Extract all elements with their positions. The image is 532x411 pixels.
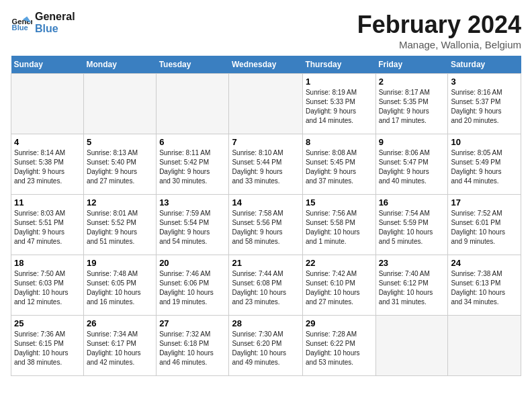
week-row-3: 11Sunrise: 8:03 AM Sunset: 5:51 PM Dayli… — [11, 195, 521, 255]
day-header-thursday: Thursday — [302, 56, 375, 74]
day-cell: 25Sunrise: 7:36 AM Sunset: 6:15 PM Dayli… — [11, 316, 84, 376]
day-info: Sunrise: 7:32 AM Sunset: 6:18 PM Dayligh… — [159, 330, 226, 367]
day-cell: 18Sunrise: 7:50 AM Sunset: 6:03 PM Dayli… — [11, 255, 84, 316]
day-number: 9 — [379, 137, 445, 147]
day-cell: 1Sunrise: 8:19 AM Sunset: 5:33 PM Daylig… — [302, 74, 375, 134]
day-number: 1 — [306, 77, 373, 87]
svg-text:Blue: Blue — [12, 24, 28, 32]
day-cell: 13Sunrise: 7:59 AM Sunset: 5:54 PM Dayli… — [157, 195, 229, 255]
logo-line1: General — [35, 11, 75, 23]
day-cell: 15Sunrise: 7:56 AM Sunset: 5:58 PM Dayli… — [302, 195, 375, 255]
day-info: Sunrise: 7:40 AM Sunset: 6:12 PM Dayligh… — [379, 269, 445, 307]
day-info: Sunrise: 7:48 AM Sunset: 6:05 PM Dayligh… — [87, 269, 153, 307]
day-info: Sunrise: 7:38 AM Sunset: 6:13 PM Dayligh… — [451, 269, 518, 307]
day-cell: 17Sunrise: 7:52 AM Sunset: 6:01 PM Dayli… — [448, 195, 521, 255]
day-info: Sunrise: 7:36 AM Sunset: 6:15 PM Dayligh… — [14, 330, 81, 367]
calendar-table: SundayMondayTuesdayWednesdayThursdayFrid… — [11, 56, 521, 376]
day-number: 22 — [306, 258, 373, 268]
day-cell — [448, 316, 521, 376]
day-number: 29 — [306, 318, 373, 328]
day-info: Sunrise: 7:54 AM Sunset: 5:59 PM Dayligh… — [379, 209, 445, 246]
day-number: 6 — [159, 137, 226, 147]
day-cell: 2Sunrise: 8:17 AM Sunset: 5:35 PM Daylig… — [375, 74, 448, 134]
day-info: Sunrise: 8:11 AM Sunset: 5:42 PM Dayligh… — [159, 148, 226, 186]
day-number: 10 — [451, 137, 518, 147]
day-cell: 23Sunrise: 7:40 AM Sunset: 6:12 PM Dayli… — [375, 255, 448, 316]
day-info: Sunrise: 7:30 AM Sunset: 6:20 PM Dayligh… — [232, 330, 300, 367]
day-info: Sunrise: 7:46 AM Sunset: 6:06 PM Dayligh… — [159, 269, 226, 307]
day-number: 13 — [159, 197, 226, 208]
day-cell — [11, 74, 84, 134]
day-info: Sunrise: 8:08 AM Sunset: 5:45 PM Dayligh… — [306, 148, 373, 186]
day-cell: 7Sunrise: 8:10 AM Sunset: 5:44 PM Daylig… — [229, 134, 303, 195]
day-info: Sunrise: 8:01 AM Sunset: 5:52 PM Dayligh… — [87, 209, 153, 246]
day-number: 2 — [379, 77, 445, 87]
week-row-5: 25Sunrise: 7:36 AM Sunset: 6:15 PM Dayli… — [11, 316, 521, 376]
day-number: 18 — [14, 258, 81, 268]
day-number: 14 — [232, 197, 300, 208]
day-info: Sunrise: 7:56 AM Sunset: 5:58 PM Dayligh… — [306, 209, 373, 246]
day-cell: 3Sunrise: 8:16 AM Sunset: 5:37 PM Daylig… — [448, 74, 521, 134]
month-title: February 2024 — [357, 11, 521, 39]
day-number: 20 — [159, 258, 226, 268]
title-section: February 2024 Manage, Wallonia, Belgium — [357, 11, 521, 50]
calendar-header: SundayMondayTuesdayWednesdayThursdayFrid… — [11, 56, 521, 74]
day-header-wednesday: Wednesday — [229, 56, 303, 74]
calendar-body: 1Sunrise: 8:19 AM Sunset: 5:33 PM Daylig… — [11, 74, 521, 376]
day-cell: 29Sunrise: 7:28 AM Sunset: 6:22 PM Dayli… — [302, 316, 375, 376]
day-number: 5 — [87, 137, 153, 147]
day-number: 23 — [379, 258, 445, 268]
day-info: Sunrise: 8:13 AM Sunset: 5:40 PM Dayligh… — [87, 148, 153, 186]
week-row-2: 4Sunrise: 8:14 AM Sunset: 5:38 PM Daylig… — [11, 134, 521, 195]
day-header-monday: Monday — [84, 56, 157, 74]
day-info: Sunrise: 8:05 AM Sunset: 5:49 PM Dayligh… — [451, 148, 518, 186]
day-cell — [375, 316, 448, 376]
day-info: Sunrise: 8:16 AM Sunset: 5:37 PM Dayligh… — [451, 88, 518, 126]
day-number: 26 — [87, 318, 153, 328]
day-number: 21 — [232, 258, 300, 268]
day-cell: 4Sunrise: 8:14 AM Sunset: 5:38 PM Daylig… — [11, 134, 84, 195]
day-cell: 24Sunrise: 7:38 AM Sunset: 6:13 PM Dayli… — [448, 255, 521, 316]
day-info: Sunrise: 7:28 AM Sunset: 6:22 PM Dayligh… — [306, 330, 373, 367]
day-number: 8 — [306, 137, 373, 147]
day-info: Sunrise: 7:59 AM Sunset: 5:54 PM Dayligh… — [159, 209, 226, 246]
day-number: 12 — [87, 197, 153, 208]
day-info: Sunrise: 7:50 AM Sunset: 6:03 PM Dayligh… — [14, 269, 81, 307]
day-cell: 10Sunrise: 8:05 AM Sunset: 5:49 PM Dayli… — [448, 134, 521, 195]
day-cell: 11Sunrise: 8:03 AM Sunset: 5:51 PM Dayli… — [11, 195, 84, 255]
day-info: Sunrise: 8:03 AM Sunset: 5:51 PM Dayligh… — [14, 209, 81, 246]
day-cell: 28Sunrise: 7:30 AM Sunset: 6:20 PM Dayli… — [229, 316, 303, 376]
header: General Blue General Blue February 2024 … — [11, 11, 521, 50]
day-info: Sunrise: 8:19 AM Sunset: 5:33 PM Dayligh… — [306, 88, 373, 126]
day-cell — [229, 74, 303, 134]
day-number: 16 — [379, 197, 445, 208]
day-number: 24 — [451, 258, 518, 268]
day-number: 11 — [14, 197, 81, 208]
day-info: Sunrise: 8:14 AM Sunset: 5:38 PM Dayligh… — [14, 148, 81, 186]
day-cell: 27Sunrise: 7:32 AM Sunset: 6:18 PM Dayli… — [157, 316, 229, 376]
day-info: Sunrise: 8:17 AM Sunset: 5:35 PM Dayligh… — [379, 88, 445, 126]
day-info: Sunrise: 7:42 AM Sunset: 6:10 PM Dayligh… — [306, 269, 373, 307]
day-cell: 16Sunrise: 7:54 AM Sunset: 5:59 PM Dayli… — [375, 195, 448, 255]
day-number: 25 — [14, 318, 81, 328]
day-info: Sunrise: 7:44 AM Sunset: 6:08 PM Dayligh… — [232, 269, 300, 307]
day-cell: 20Sunrise: 7:46 AM Sunset: 6:06 PM Dayli… — [157, 255, 229, 316]
logo-line2: Blue — [35, 23, 75, 35]
day-info: Sunrise: 7:34 AM Sunset: 6:17 PM Dayligh… — [87, 330, 153, 367]
day-cell: 9Sunrise: 8:06 AM Sunset: 5:47 PM Daylig… — [375, 134, 448, 195]
day-number: 7 — [232, 137, 300, 147]
day-number: 4 — [14, 137, 81, 147]
logo-icon: General Blue — [11, 12, 32, 34]
day-info: Sunrise: 8:10 AM Sunset: 5:44 PM Dayligh… — [232, 148, 300, 186]
week-row-4: 18Sunrise: 7:50 AM Sunset: 6:03 PM Dayli… — [11, 255, 521, 316]
day-number: 17 — [451, 197, 518, 208]
day-number: 27 — [159, 318, 226, 328]
day-cell: 12Sunrise: 8:01 AM Sunset: 5:52 PM Dayli… — [84, 195, 157, 255]
day-header-sunday: Sunday — [11, 56, 84, 74]
day-cell: 21Sunrise: 7:44 AM Sunset: 6:08 PM Dayli… — [229, 255, 303, 316]
day-cell: 5Sunrise: 8:13 AM Sunset: 5:40 PM Daylig… — [84, 134, 157, 195]
week-row-1: 1Sunrise: 8:19 AM Sunset: 5:33 PM Daylig… — [11, 74, 521, 134]
day-cell: 6Sunrise: 8:11 AM Sunset: 5:42 PM Daylig… — [157, 134, 229, 195]
day-info: Sunrise: 7:52 AM Sunset: 6:01 PM Dayligh… — [451, 209, 518, 246]
day-header-friday: Friday — [375, 56, 448, 74]
